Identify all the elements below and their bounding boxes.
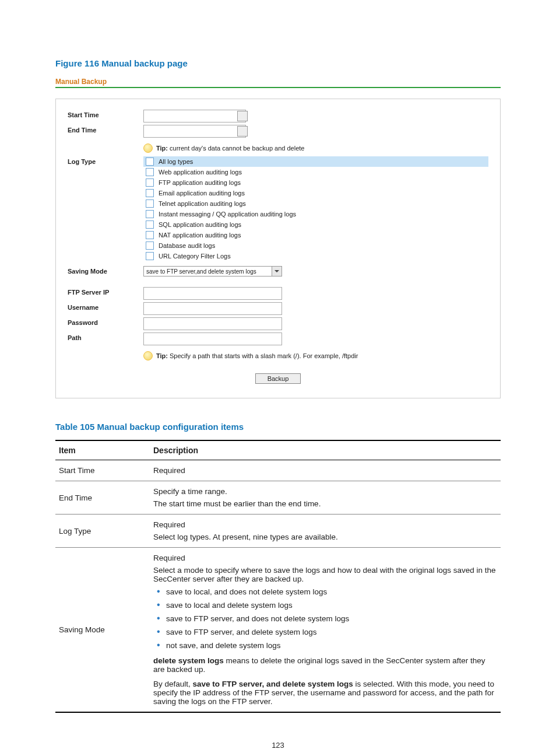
log-type-option-label: SQL application auditing logs: [159, 221, 241, 228]
log-type-option-label: Database audit logs: [159, 242, 215, 249]
cell-item: Log Type: [55, 514, 150, 548]
ftp-server-ip-input[interactable]: [143, 287, 282, 300]
log-type-option-label: Telnet application auditing logs: [159, 200, 246, 207]
list-item: save to FTP server, and delete system lo…: [153, 626, 497, 639]
checkbox-icon[interactable]: [146, 158, 154, 166]
cell-desc: Required: [150, 460, 501, 481]
path-tip-text: Specify a path that starts with a slash …: [168, 352, 358, 359]
ftp-server-ip-label: FTP Server IP: [68, 287, 143, 296]
saving-mode-value: save to FTP server,and delete system log…: [144, 267, 272, 276]
end-time-label: End Time: [68, 125, 143, 134]
log-type-option-label: Email application auditing logs: [159, 190, 245, 197]
checkbox-icon[interactable]: [146, 189, 154, 197]
manual-backup-form: Start Time End Time Tip: current day's d…: [55, 99, 501, 398]
log-type-option[interactable]: All log types: [143, 156, 488, 167]
checkbox-icon[interactable]: [146, 168, 154, 176]
cell-item: End Time: [55, 481, 150, 514]
password-input[interactable]: [143, 317, 282, 330]
log-type-option[interactable]: Database audit logs: [143, 240, 488, 251]
lightbulb-icon: [143, 144, 153, 153]
time-tip-text: current day's data cannot be backup and …: [168, 145, 305, 152]
checkbox-icon[interactable]: [146, 200, 154, 208]
checkbox-icon[interactable]: [146, 210, 154, 218]
checkbox-icon[interactable]: [146, 231, 154, 239]
log-type-option[interactable]: NAT application auditing logs: [143, 230, 488, 240]
start-time-input[interactable]: [143, 110, 246, 123]
tip-label: Tip:: [156, 145, 168, 152]
table-title: Table 105 Manual backup configuration it…: [55, 422, 501, 432]
cell-desc: Specify a time range. The start time mus…: [150, 481, 501, 514]
cell-desc: Required Select log types. At present, n…: [150, 514, 501, 548]
lightbulb-icon: [143, 351, 153, 360]
saving-mode-select[interactable]: save to FTP server,and delete system log…: [143, 266, 282, 276]
cell-item: Saving Mode: [55, 548, 150, 712]
th-item: Item: [55, 440, 150, 460]
end-time-input[interactable]: [143, 125, 246, 138]
table-row: Log Type Required Select log types. At p…: [55, 514, 501, 548]
list-item: save to FTP server, and does not delete …: [153, 612, 497, 626]
list-item: save to local, and does not delete syste…: [153, 586, 497, 599]
log-type-option[interactable]: Web application auditing logs: [143, 167, 488, 177]
username-input[interactable]: [143, 302, 282, 315]
list-item: save to local and delete system logs: [153, 599, 497, 612]
table-row: Saving Mode Required Select a mode to sp…: [55, 548, 501, 712]
log-type-option[interactable]: Telnet application auditing logs: [143, 198, 488, 209]
list-item: not save, and delete system logs: [153, 639, 497, 653]
divider: [55, 87, 501, 88]
backup-button[interactable]: Backup: [255, 373, 301, 384]
log-type-option-label: URL Category Filter Logs: [159, 253, 231, 260]
chevron-down-icon[interactable]: [272, 267, 281, 276]
log-type-option[interactable]: URL Category Filter Logs: [143, 251, 488, 261]
log-type-option-label: FTP application auditing logs: [159, 179, 241, 186]
path-label: Path: [68, 332, 143, 341]
log-type-option[interactable]: Email application auditing logs: [143, 188, 488, 198]
calendar-icon[interactable]: [237, 126, 248, 136]
figure-title: Figure 116 Manual backup page: [55, 58, 501, 68]
cell-item: Start Time: [55, 460, 150, 481]
page-number: 123: [55, 741, 501, 750]
log-type-option-label: Web application auditing logs: [159, 169, 242, 176]
checkbox-icon[interactable]: [146, 178, 154, 187]
table-row: End Time Specify a time range. The start…: [55, 481, 501, 514]
tip-label: Tip:: [156, 352, 168, 359]
log-type-option-label: All log types: [159, 158, 193, 165]
log-type-option-label: Instant messaging / QQ application audit…: [159, 211, 296, 218]
path-input[interactable]: [143, 332, 282, 345]
log-type-option[interactable]: SQL application auditing logs: [143, 219, 488, 230]
start-time-label: Start Time: [68, 110, 143, 118]
panel-heading: Manual Backup: [55, 78, 501, 86]
checkbox-icon[interactable]: [146, 242, 154, 250]
password-label: Password: [68, 317, 143, 326]
log-type-option[interactable]: FTP application auditing logs: [143, 177, 488, 188]
checkbox-icon[interactable]: [146, 252, 154, 260]
log-type-label: Log Type: [68, 156, 143, 165]
saving-mode-label: Saving Mode: [68, 266, 143, 275]
log-type-option-label: NAT application auditing logs: [159, 232, 241, 239]
checkbox-icon[interactable]: [146, 220, 154, 229]
calendar-icon[interactable]: [237, 111, 248, 121]
cell-desc: Required Select a mode to specify where …: [150, 548, 501, 712]
log-type-option[interactable]: Instant messaging / QQ application audit…: [143, 209, 488, 219]
username-label: Username: [68, 302, 143, 311]
th-description: Description: [150, 440, 501, 460]
config-table: Item Description Start Time Required End…: [55, 440, 501, 713]
table-row: Start Time Required: [55, 460, 501, 481]
